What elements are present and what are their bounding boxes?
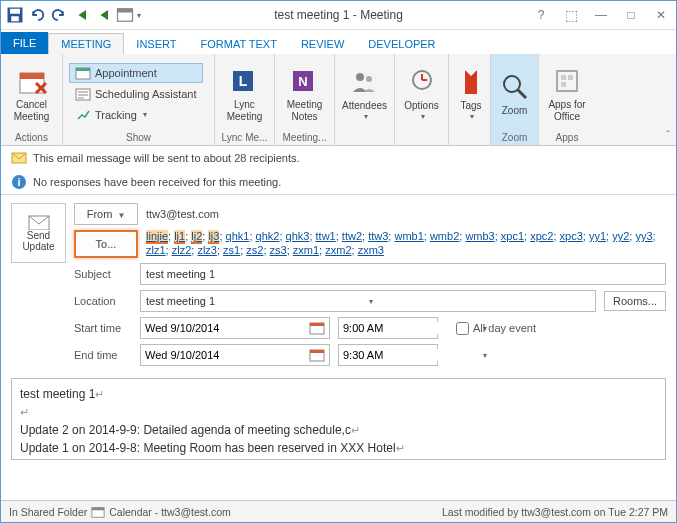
collapse-ribbon-icon[interactable]: ˆ xyxy=(666,129,670,141)
tracking-button[interactable]: Tracking▾ xyxy=(69,105,203,125)
info-recipients: This email message will be sent to about… xyxy=(1,146,676,170)
svg-text:L: L xyxy=(238,73,247,89)
subject-input[interactable] xyxy=(140,263,666,285)
location-dropdown-icon[interactable]: ▾ xyxy=(369,297,590,306)
qat-more-icon[interactable] xyxy=(115,5,135,25)
from-value: ttw3@test.com xyxy=(146,205,666,223)
calendar-icon[interactable] xyxy=(309,320,325,336)
status-bar: In Shared Folder Calendar - ttw3@test.co… xyxy=(1,500,676,522)
help-icon[interactable]: ? xyxy=(530,8,552,22)
svg-rect-32 xyxy=(92,507,104,510)
end-time-label: End time xyxy=(74,349,132,361)
body-line: test meeting 1 xyxy=(20,387,95,401)
chevron-down-icon[interactable]: ▾ xyxy=(483,351,487,360)
status-modified: Last modified by ttw3@test.com on Tue 2:… xyxy=(442,506,668,518)
mail-icon xyxy=(11,150,27,166)
maximize-icon[interactable]: □ xyxy=(620,8,642,22)
scheduling-assistant-button[interactable]: Scheduling Assistant xyxy=(69,84,203,104)
to-button[interactable]: To... xyxy=(74,230,138,258)
svg-point-18 xyxy=(504,76,520,92)
status-folder: In Shared Folder xyxy=(9,506,87,518)
options-button[interactable]: Options▾ xyxy=(401,60,442,128)
location-input[interactable]: test meeting 1▾ xyxy=(140,290,596,312)
svg-rect-19 xyxy=(557,71,577,91)
svg-point-14 xyxy=(356,73,364,81)
group-label-notes: Meeting... xyxy=(281,130,328,143)
tab-review[interactable]: REVIEW xyxy=(289,34,356,54)
recipients-field[interactable]: linjie; lj1; lj2; lj3; qhk1; qhk2; qhk3;… xyxy=(146,230,666,258)
end-time-input[interactable]: ▾ xyxy=(338,344,438,366)
send-icon xyxy=(27,214,51,230)
svg-rect-8 xyxy=(76,68,90,71)
end-date-input[interactable] xyxy=(140,344,330,366)
tags-button[interactable]: Tags▾ xyxy=(455,60,487,128)
ribbon: Cancel Meeting Actions Appointment Sched… xyxy=(1,54,676,146)
svg-text:N: N xyxy=(298,74,307,89)
qat-prev-icon[interactable] xyxy=(71,5,91,25)
info-recipients-text: This email message will be sent to about… xyxy=(33,152,300,164)
appointment-button[interactable]: Appointment xyxy=(69,63,203,83)
pilcrow-icon: ↵ xyxy=(396,442,405,454)
meeting-form: Send Update From ▼ ttw3@test.com To... l… xyxy=(1,195,676,372)
group-label-options xyxy=(401,130,442,143)
svg-rect-1 xyxy=(10,9,20,14)
close-icon[interactable]: ✕ xyxy=(650,8,672,22)
group-label-actions: Actions xyxy=(7,130,56,143)
start-time-input[interactable]: ▾ xyxy=(338,317,438,339)
qat-redo-icon[interactable] xyxy=(49,5,69,25)
cancel-meeting-button[interactable]: Cancel Meeting xyxy=(7,60,56,128)
apps-for-office-button[interactable]: Apps for Office xyxy=(545,60,589,128)
svg-rect-6 xyxy=(20,73,44,79)
svg-rect-28 xyxy=(310,323,324,326)
group-label-apps: Apps xyxy=(545,130,589,143)
ribbon-options-icon[interactable]: ⬚ xyxy=(560,7,582,23)
group-label-attendees xyxy=(341,130,388,143)
info-responses: i No responses have been received for th… xyxy=(1,170,676,195)
zoom-button[interactable]: Zoom xyxy=(497,60,532,128)
calendar-small-icon xyxy=(91,505,105,519)
tab-format-text[interactable]: FORMAT TEXT xyxy=(189,34,289,54)
pilcrow-icon: ↵ xyxy=(351,424,360,436)
rooms-button[interactable]: Rooms... xyxy=(604,291,666,311)
lync-meeting-button[interactable]: L Lync Meeting xyxy=(221,60,268,128)
group-label-show: Show xyxy=(69,130,208,143)
group-label-lync: Lync Me... xyxy=(221,130,268,143)
tab-file[interactable]: FILE xyxy=(1,32,48,54)
tab-insert[interactable]: INSERT xyxy=(124,34,188,54)
qat-save-icon[interactable] xyxy=(5,5,25,25)
minimize-icon[interactable]: — xyxy=(590,8,612,22)
window-controls: ? ⬚ — □ ✕ xyxy=(530,7,672,23)
svg-rect-30 xyxy=(310,350,324,353)
message-body[interactable]: test meeting 1↵ ↵ Update 2 on 2014-9-9: … xyxy=(11,378,666,460)
svg-point-15 xyxy=(366,76,372,82)
location-label: Location xyxy=(74,295,132,307)
tab-meeting[interactable]: MEETING xyxy=(48,33,124,54)
window-title: test meeting 1 - Meeting xyxy=(147,8,530,22)
title-bar: ▾ test meeting 1 - Meeting ? ⬚ — □ ✕ xyxy=(1,1,676,30)
ribbon-tabs: FILE MEETING INSERT FORMAT TEXT REVIEW D… xyxy=(1,30,676,54)
calendar-icon[interactable] xyxy=(309,347,325,363)
meeting-notes-button[interactable]: N Meeting Notes xyxy=(281,60,328,128)
group-label-zoom: Zoom xyxy=(497,130,532,143)
info-responses-text: No responses have been received for this… xyxy=(33,176,281,188)
qat-undo-icon[interactable] xyxy=(27,5,47,25)
tab-developer[interactable]: DEVELOPER xyxy=(356,34,447,54)
start-time-label: Start time xyxy=(74,322,132,334)
subject-label: Subject xyxy=(74,268,132,280)
from-button[interactable]: From ▼ xyxy=(74,203,138,225)
attendees-button[interactable]: Attendees▾ xyxy=(341,60,388,128)
info-icon: i xyxy=(11,174,27,190)
qat-customize-icon[interactable]: ▾ xyxy=(137,11,147,20)
send-update-button[interactable]: Send Update xyxy=(11,203,66,263)
pilcrow-icon: ↵ xyxy=(20,406,29,418)
group-label-tags xyxy=(455,130,484,143)
body-line: Update 1 on 2014-9-8: Meeting Room has b… xyxy=(20,441,396,455)
all-day-checkbox[interactable]: All day event xyxy=(456,322,536,335)
svg-rect-22 xyxy=(561,82,566,87)
qat-next-icon[interactable] xyxy=(93,5,113,25)
svg-text:i: i xyxy=(17,176,20,188)
svg-rect-4 xyxy=(118,9,133,13)
start-date-input[interactable] xyxy=(140,317,330,339)
quick-access-toolbar: ▾ xyxy=(5,5,147,25)
svg-rect-21 xyxy=(568,75,573,80)
